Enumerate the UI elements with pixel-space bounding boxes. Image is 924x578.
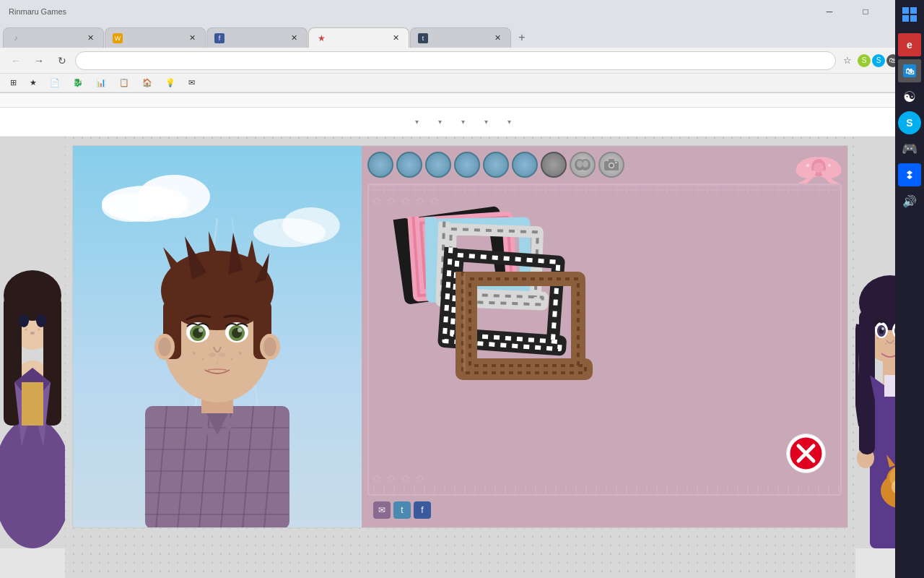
lace-border-area: ✿ ✿ ✿ ✿ ✿ <box>367 184 842 496</box>
svg-point-53 <box>263 337 276 356</box>
num-btn-3[interactable] <box>425 152 451 178</box>
num-buttons-row <box>367 152 842 178</box>
yin-yang-icon[interactable]: ☯ <box>898 85 921 108</box>
nav-games-by-rinmaru[interactable]: ▾ <box>474 115 497 129</box>
maximize-button[interactable]: □ <box>849 1 882 22</box>
windows-side-panel: e 🛍 ☯ S 🎮 🔊 <box>895 0 924 578</box>
windows-logo[interactable] <box>898 3 921 26</box>
tab-depeche[interactable]: ♪ ✕ <box>3 27 104 48</box>
num-btn-4[interactable] <box>454 152 480 178</box>
store-taskbar-icon[interactable]: 🛍 <box>898 59 921 82</box>
tab-close-3[interactable]: ✕ <box>288 33 300 44</box>
svg-point-9 <box>30 332 35 335</box>
nav-avatar-arrow: ▾ <box>415 118 419 126</box>
svg-rect-122 <box>910 7 917 14</box>
tab-close-5[interactable]: ✕ <box>492 33 503 44</box>
nav-exclusive-games[interactable]: ▾ <box>450 115 474 129</box>
bookmark-idea-file[interactable]: 💡 <box>161 77 183 89</box>
num-btn-2[interactable] <box>396 152 422 178</box>
main-area: ✿ ✿ ✿ ✿ ✿ <box>0 137 924 578</box>
num-btn-1[interactable] <box>367 152 393 178</box>
num-btn-5[interactable] <box>483 152 509 178</box>
svg-point-117 <box>885 343 887 345</box>
address-bar[interactable] <box>75 51 836 70</box>
tab-rinmaru[interactable]: ★ ✕ <box>308 27 409 48</box>
refresh-button[interactable]: ↻ <box>52 51 72 71</box>
svg-point-82 <box>610 164 614 168</box>
flower-decorations-bottom: ✿ ✿ ✿ ✿ <box>372 473 424 484</box>
frame-options-svg <box>376 192 607 467</box>
svg-rect-84 <box>615 162 617 163</box>
svg-point-114 <box>881 327 884 330</box>
svg-point-74 <box>828 164 831 167</box>
camera-button[interactable] <box>598 152 624 178</box>
bookmark-announcements[interactable]: 📋 <box>115 77 136 89</box>
skype-taskbar-icon[interactable]: S <box>898 111 921 134</box>
volume-icon[interactable]: 🔊 <box>898 189 921 212</box>
svg-point-60 <box>199 328 203 332</box>
num-btn-6[interactable] <box>512 152 538 178</box>
options-panel: ✿ ✿ ✿ ✿ ✿ <box>362 146 847 527</box>
bookmark-mailing[interactable]: ✉ <box>184 77 202 89</box>
svg-point-62 <box>209 353 216 357</box>
facebook-social-icon[interactable]: f <box>414 501 431 519</box>
skype-icon[interactable]: S <box>872 54 885 67</box>
cancel-frame-button[interactable] <box>786 434 826 476</box>
svg-point-14 <box>25 329 27 331</box>
mask-button[interactable] <box>570 152 596 178</box>
forward-button[interactable]: → <box>29 51 49 71</box>
game-container: ✿ ✿ ✿ ✿ ✿ <box>72 145 848 528</box>
bookmark-progress[interactable]: 📊 <box>92 77 113 89</box>
dragons-icon: 🐉 <box>73 78 83 87</box>
svg-point-66 <box>231 358 233 361</box>
bookmark-logged-in[interactable]: 🏠 <box>138 77 160 89</box>
nav-rinmaru-arrow: ▾ <box>484 118 488 126</box>
svg-point-78 <box>577 160 583 168</box>
email-social-icon[interactable]: ✉ <box>373 501 391 519</box>
left-character <box>0 137 65 578</box>
games-taskbar-icon[interactable]: 🎮 <box>898 137 921 160</box>
nav-manga-arrow: ▾ <box>438 118 442 126</box>
svg-point-61 <box>237 328 242 332</box>
tab-close-2[interactable]: ✕ <box>186 33 198 44</box>
logged-in-icon: 🏠 <box>142 78 152 87</box>
bookmark-star-icon[interactable]: ☆ <box>839 52 856 69</box>
svg-rect-83 <box>609 159 614 162</box>
dropbox-icon[interactable] <box>898 163 921 186</box>
svg-point-67 <box>239 352 242 355</box>
nav-home[interactable] <box>387 119 404 125</box>
twitter-social-icon[interactable]: t <box>393 501 411 519</box>
tab-close-4[interactable]: ✕ <box>390 33 401 44</box>
tab-favicon-4: ★ <box>316 33 326 43</box>
how-to-play-text <box>72 137 848 145</box>
svg-point-21 <box>282 207 340 243</box>
tab-facebook[interactable]: f ✕ <box>206 27 308 48</box>
nav-manga-creators[interactable]: ▾ <box>427 115 450 129</box>
back-button[interactable]: ← <box>6 51 26 71</box>
tab-close-1[interactable]: ✕ <box>84 33 96 44</box>
tab-tumblr[interactable]: t ✕ <box>410 27 511 48</box>
new-tab-button[interactable]: + <box>512 27 532 48</box>
bookmark-bookmarks[interactable]: ★ <box>25 77 44 89</box>
svg-point-63 <box>219 353 226 357</box>
bookmark-dragons[interactable]: 🐉 <box>69 77 90 89</box>
svg-point-8 <box>36 314 46 327</box>
num-btn-7[interactable] <box>541 152 567 178</box>
bookmark-report[interactable]: 📄 <box>45 77 67 89</box>
site-nav: ▾ ▾ ▾ ▾ ▾ <box>0 108 924 137</box>
bookmark-apps[interactable]: ⊞ <box>6 77 24 89</box>
center-content: ✿ ✿ ✿ ✿ ✿ <box>65 137 855 578</box>
bookmarks-bar: ⊞ ★ 📄 🐉 📊 📋 🏠 💡 <box>0 74 924 92</box>
minimize-button[interactable]: ─ <box>813 1 846 22</box>
social-icons: ✉ t f <box>373 501 431 519</box>
svg-rect-120 <box>884 375 896 397</box>
nav-forum[interactable] <box>520 119 537 125</box>
tab-wattpad[interactable]: W ✕ <box>105 27 206 48</box>
extensions-icon[interactable]: S <box>858 54 871 67</box>
nav-avatar-creators[interactable]: ▾ <box>404 115 427 129</box>
nav-all-games[interactable]: ▾ <box>497 115 520 129</box>
svg-point-64 <box>193 352 196 355</box>
ie-icon[interactable]: e <box>898 33 921 56</box>
svg-rect-124 <box>910 15 917 22</box>
svg-point-68 <box>217 362 219 364</box>
